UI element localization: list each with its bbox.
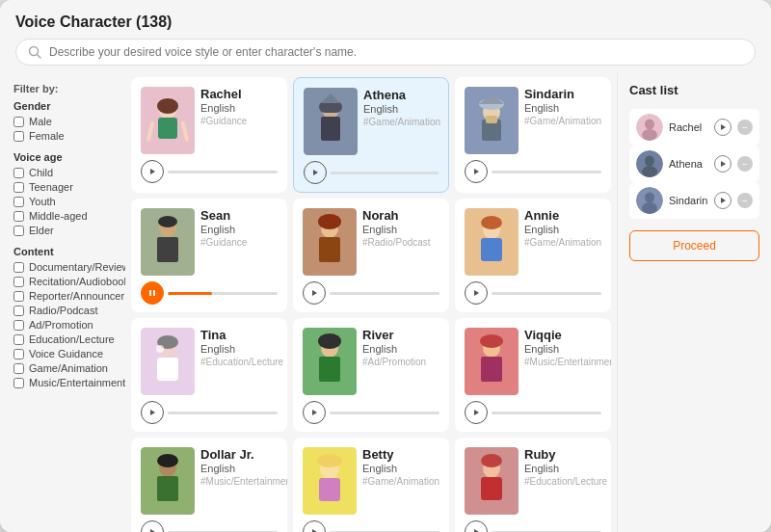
card-info: Athena English #Game/Animation [363, 88, 440, 127]
char-name: Annie [524, 208, 601, 223]
filter-voice-guidance[interactable]: Voice Guidance [13, 348, 112, 359]
character-card-tina[interactable]: Tina English #Education/Lecture [131, 318, 287, 432]
ad-checkbox[interactable] [13, 320, 24, 331]
child-checkbox[interactable] [13, 168, 24, 178]
play-button[interactable] [465, 281, 488, 305]
progress-bar [330, 412, 439, 414]
play-button[interactable] [303, 520, 326, 532]
card-info: Tina English #Education/Lecture [200, 328, 283, 367]
progress-bar [492, 171, 601, 173]
voice-guidance-label: Voice Guidance [29, 348, 103, 359]
youth-checkbox[interactable] [13, 197, 24, 207]
play-button[interactable] [465, 520, 488, 532]
svg-rect-67 [481, 477, 502, 500]
recitation-checkbox[interactable] [13, 277, 24, 287]
character-card-sindarin[interactable]: Sindarin English #Game/Animation [455, 77, 611, 193]
svg-point-46 [318, 333, 341, 349]
reporter-checkbox[interactable] [13, 291, 24, 302]
character-card-viqqie[interactable]: Viqqie English #Music/Entertainment [455, 318, 611, 432]
proceed-button[interactable]: Proceed [629, 230, 759, 261]
character-card-betty[interactable]: Betty English #Game/Animation [293, 438, 449, 532]
card-info: Viqqie English #Music/Entertainment [524, 328, 611, 367]
music-checkbox[interactable] [13, 378, 24, 388]
cast-play-button[interactable] [714, 155, 731, 173]
middle-aged-label: Middle-aged [29, 210, 88, 222]
character-grid: Rachel English #Guidance Athena Englis [131, 77, 611, 532]
character-card-annie[interactable]: Annie English #Game/Animation [455, 199, 611, 312]
voice-age-title: Voice age [13, 151, 112, 163]
filter-education[interactable]: Education/Lecture [13, 333, 112, 345]
cast-item-sindarin: Sindarin − [629, 182, 759, 219]
svg-rect-60 [319, 478, 340, 501]
documentary-checkbox[interactable] [13, 262, 24, 273]
svg-point-56 [157, 454, 178, 467]
char-name: Tina [200, 328, 283, 342]
char-language: English [362, 343, 439, 355]
music-label: Music/Entertainment [29, 377, 125, 388]
card-content: River English #Ad/Promotion [303, 328, 439, 395]
cast-play-button[interactable] [714, 192, 731, 209]
play-button[interactable] [465, 160, 488, 183]
card-content: Tina English #Education/Lecture [141, 328, 278, 395]
play-button[interactable] [303, 281, 326, 305]
play-button[interactable] [465, 401, 488, 424]
character-card-river[interactable]: River English #Ad/Promotion [293, 318, 449, 432]
filter-middle-aged[interactable]: Middle-aged [13, 210, 112, 222]
play-button[interactable] [303, 401, 326, 424]
char-name: Norah [362, 208, 439, 223]
voice-age-filter-section: Voice age Child Teenager Youth Middle-ag… [13, 151, 112, 236]
character-card-athena[interactable]: Athena English #Game/Animation [293, 77, 449, 193]
play-button[interactable] [141, 401, 164, 424]
voice-guidance-checkbox[interactable] [13, 349, 24, 359]
filter-game[interactable]: Game/Animation [13, 362, 112, 374]
filter-ad[interactable]: Ad/Promotion [13, 319, 112, 331]
char-language: English [524, 463, 607, 474]
female-checkbox[interactable] [13, 131, 24, 142]
filter-music[interactable]: Music/Entertainment [13, 377, 112, 388]
game-checkbox[interactable] [13, 363, 24, 374]
education-checkbox[interactable] [13, 334, 24, 345]
char-language: English [524, 224, 601, 235]
svg-point-93 [645, 193, 654, 203]
avatar-betty [303, 447, 357, 515]
svg-marker-52 [474, 410, 479, 415]
search-input[interactable] [49, 45, 743, 59]
teenager-checkbox[interactable] [13, 182, 24, 193]
play-button[interactable] [304, 161, 327, 184]
filter-reporter[interactable]: Reporter/Announcer [13, 290, 112, 302]
cast-remove-button[interactable]: − [737, 156, 753, 172]
elder-checkbox[interactable] [13, 226, 24, 236]
filter-teenager[interactable]: Teenager [13, 181, 112, 193]
male-checkbox[interactable] [13, 117, 24, 127]
cast-title: Cast list [629, 83, 759, 97]
svg-rect-26 [153, 290, 155, 296]
character-card-norah[interactable]: Norah English #Radio/Podcast [293, 199, 449, 312]
page-title: Voice Character (138) [15, 13, 756, 31]
cast-remove-button[interactable]: − [737, 193, 753, 208]
filter-documentary[interactable]: Documentary/Review [13, 261, 112, 273]
radio-checkbox[interactable] [13, 306, 24, 316]
character-card-rachel[interactable]: Rachel English #Guidance [131, 77, 287, 193]
character-card-sean[interactable]: Sean English #Guidance [131, 199, 287, 312]
play-button[interactable] [141, 520, 164, 532]
filter-radio[interactable]: Radio/Podcast [13, 305, 112, 316]
filter-recitation[interactable]: Recitation/Audiobook [13, 276, 112, 287]
character-card-dollar[interactable]: Dollar Jr. English #Music/Entertainment [131, 438, 287, 532]
middle-aged-checkbox[interactable] [13, 211, 24, 222]
svg-point-62 [319, 460, 325, 466]
filter-elder[interactable]: Elder [13, 225, 112, 236]
cast-play-button[interactable] [714, 119, 731, 136]
cast-remove-button[interactable]: − [737, 120, 753, 135]
filter-child[interactable]: Child [13, 167, 112, 178]
filter-youth[interactable]: Youth [13, 196, 112, 207]
svg-rect-55 [157, 476, 178, 501]
play-button[interactable] [141, 281, 164, 305]
svg-marker-20 [474, 169, 479, 174]
content-title: Content [13, 246, 112, 257]
play-button[interactable] [141, 160, 164, 183]
char-language: English [200, 102, 278, 114]
filter-male[interactable]: Male [13, 116, 112, 127]
filter-female[interactable]: Female [13, 130, 112, 142]
cast-avatar-rachel [636, 114, 663, 141]
character-card-ruby[interactable]: Ruby English #Education/Lecture [455, 438, 611, 532]
